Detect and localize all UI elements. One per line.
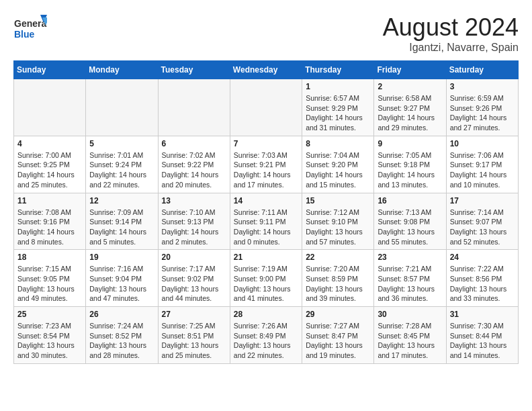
day-number: 24 [450, 253, 515, 262]
calendar-cell: 21Sunrise: 7:19 AM Sunset: 9:00 PM Dayli… [230, 250, 302, 307]
day-info: Sunrise: 7:00 AM Sunset: 9:25 PM Dayligh… [17, 150, 82, 190]
day-info: Sunrise: 7:28 AM Sunset: 8:45 PM Dayligh… [378, 321, 442, 361]
calendar-cell: 15Sunrise: 7:12 AM Sunset: 9:10 PM Dayli… [302, 193, 374, 250]
day-number: 4 [17, 139, 82, 148]
calendar-cell: 6Sunrise: 7:02 AM Sunset: 9:22 PM Daylig… [158, 136, 230, 193]
day-number: 1 [306, 82, 370, 91]
calendar-week-row: 4Sunrise: 7:00 AM Sunset: 9:25 PM Daylig… [14, 136, 519, 193]
day-number: 23 [378, 253, 442, 262]
calendar-cell: 2Sunrise: 6:58 AM Sunset: 9:27 PM Daylig… [374, 79, 446, 136]
day-info: Sunrise: 7:13 AM Sunset: 9:08 PM Dayligh… [378, 208, 442, 247]
day-number: 16 [378, 196, 442, 205]
day-number: 29 [306, 310, 370, 319]
month-year-title: August 2024 [383, 13, 519, 42]
day-info: Sunrise: 7:12 AM Sunset: 9:10 PM Dayligh… [306, 208, 370, 247]
title-section: August 2024 Igantzi, Navarre, Spain [383, 13, 519, 54]
calendar-cell: 29Sunrise: 7:27 AM Sunset: 8:47 PM Dayli… [302, 307, 374, 364]
calendar-cell [158, 79, 230, 136]
day-info: Sunrise: 7:25 AM Sunset: 8:51 PM Dayligh… [162, 321, 226, 361]
day-number: 13 [162, 196, 226, 205]
calendar-cell: 13Sunrise: 7:10 AM Sunset: 9:13 PM Dayli… [158, 193, 230, 250]
day-number: 26 [89, 310, 154, 319]
day-info: Sunrise: 7:09 AM Sunset: 9:14 PM Dayligh… [89, 208, 154, 247]
calendar-cell: 10Sunrise: 7:06 AM Sunset: 9:17 PM Dayli… [446, 136, 518, 193]
day-info: Sunrise: 7:11 AM Sunset: 9:11 PM Dayligh… [234, 208, 298, 247]
day-info: Sunrise: 6:58 AM Sunset: 9:27 PM Dayligh… [378, 93, 442, 133]
weekday-header-sunday: Sunday [14, 61, 86, 79]
calendar-cell: 24Sunrise: 7:22 AM Sunset: 8:56 PM Dayli… [446, 250, 518, 307]
calendar-cell: 9Sunrise: 7:05 AM Sunset: 9:18 PM Daylig… [374, 136, 446, 193]
page-header: General Blue August 2024 Igantzi, Navarr… [13, 13, 519, 54]
weekday-header-row: SundayMondayTuesdayWednesdayThursdayFrid… [14, 61, 519, 79]
day-info: Sunrise: 7:06 AM Sunset: 9:17 PM Dayligh… [450, 150, 515, 190]
svg-text:General: General [14, 18, 47, 29]
calendar-cell: 1Sunrise: 6:57 AM Sunset: 9:29 PM Daylig… [302, 79, 374, 136]
calendar-cell: 27Sunrise: 7:25 AM Sunset: 8:51 PM Dayli… [158, 307, 230, 364]
day-number: 19 [89, 253, 154, 262]
calendar-header: SundayMondayTuesdayWednesdayThursdayFrid… [14, 61, 519, 79]
day-info: Sunrise: 7:02 AM Sunset: 9:22 PM Dayligh… [162, 150, 226, 190]
day-number: 10 [450, 139, 515, 148]
calendar-cell: 26Sunrise: 7:24 AM Sunset: 8:52 PM Dayli… [86, 307, 158, 364]
weekday-header-saturday: Saturday [446, 61, 518, 79]
calendar-cell: 17Sunrise: 7:14 AM Sunset: 9:07 PM Dayli… [446, 193, 518, 250]
calendar-cell: 20Sunrise: 7:17 AM Sunset: 9:02 PM Dayli… [158, 250, 230, 307]
day-info: Sunrise: 7:04 AM Sunset: 9:20 PM Dayligh… [306, 150, 370, 190]
weekday-header-thursday: Thursday [302, 61, 374, 79]
day-number: 28 [234, 310, 298, 319]
day-number: 12 [89, 196, 154, 205]
day-number: 31 [450, 310, 515, 319]
day-number: 9 [378, 139, 442, 148]
calendar-cell: 8Sunrise: 7:04 AM Sunset: 9:20 PM Daylig… [302, 136, 374, 193]
calendar-cell: 23Sunrise: 7:21 AM Sunset: 8:57 PM Dayli… [374, 250, 446, 307]
generalblue-logo-svg: General Blue [13, 13, 47, 44]
day-info: Sunrise: 7:05 AM Sunset: 9:18 PM Dayligh… [378, 150, 442, 190]
calendar-cell: 22Sunrise: 7:20 AM Sunset: 8:59 PM Dayli… [302, 250, 374, 307]
calendar-week-row: 1Sunrise: 6:57 AM Sunset: 9:29 PM Daylig… [14, 79, 519, 136]
day-info: Sunrise: 7:10 AM Sunset: 9:13 PM Dayligh… [162, 208, 226, 247]
day-number: 11 [17, 196, 82, 205]
calendar-cell: 19Sunrise: 7:16 AM Sunset: 9:04 PM Dayli… [86, 250, 158, 307]
calendar-cell: 5Sunrise: 7:01 AM Sunset: 9:24 PM Daylig… [86, 136, 158, 193]
day-info: Sunrise: 7:19 AM Sunset: 9:00 PM Dayligh… [234, 264, 298, 304]
day-info: Sunrise: 7:01 AM Sunset: 9:24 PM Dayligh… [89, 150, 154, 190]
day-info: Sunrise: 7:08 AM Sunset: 9:16 PM Dayligh… [17, 208, 82, 247]
weekday-header-monday: Monday [86, 61, 158, 79]
day-number: 30 [378, 310, 442, 319]
day-info: Sunrise: 7:15 AM Sunset: 9:05 PM Dayligh… [17, 264, 82, 304]
day-info: Sunrise: 7:16 AM Sunset: 9:04 PM Dayligh… [89, 264, 154, 304]
day-number: 20 [162, 253, 226, 262]
day-number: 5 [89, 139, 154, 148]
calendar-cell: 30Sunrise: 7:28 AM Sunset: 8:45 PM Dayli… [374, 307, 446, 364]
day-info: Sunrise: 7:22 AM Sunset: 8:56 PM Dayligh… [450, 264, 515, 304]
calendar-cell: 3Sunrise: 6:59 AM Sunset: 9:26 PM Daylig… [446, 79, 518, 136]
day-number: 15 [306, 196, 370, 205]
day-number: 17 [450, 196, 515, 205]
day-number: 2 [378, 82, 442, 91]
calendar-cell [14, 79, 86, 136]
calendar-cell: 7Sunrise: 7:03 AM Sunset: 9:21 PM Daylig… [230, 136, 302, 193]
location-subtitle: Igantzi, Navarre, Spain [383, 42, 519, 54]
day-number: 27 [162, 310, 226, 319]
day-info: Sunrise: 7:03 AM Sunset: 9:21 PM Dayligh… [234, 150, 298, 190]
day-number: 21 [234, 253, 298, 262]
calendar-cell: 11Sunrise: 7:08 AM Sunset: 9:16 PM Dayli… [14, 193, 86, 250]
weekday-header-wednesday: Wednesday [230, 61, 302, 79]
calendar-table: SundayMondayTuesdayWednesdayThursdayFrid… [13, 60, 519, 364]
day-number: 22 [306, 253, 370, 262]
day-info: Sunrise: 7:30 AM Sunset: 8:44 PM Dayligh… [450, 321, 515, 361]
calendar-cell: 12Sunrise: 7:09 AM Sunset: 9:14 PM Dayli… [86, 193, 158, 250]
day-info: Sunrise: 7:14 AM Sunset: 9:07 PM Dayligh… [450, 208, 515, 247]
day-info: Sunrise: 7:17 AM Sunset: 9:02 PM Dayligh… [162, 264, 226, 304]
calendar-body: 1Sunrise: 6:57 AM Sunset: 9:29 PM Daylig… [14, 79, 519, 364]
weekday-header-tuesday: Tuesday [158, 61, 230, 79]
day-info: Sunrise: 6:57 AM Sunset: 9:29 PM Dayligh… [306, 93, 370, 133]
calendar-week-row: 18Sunrise: 7:15 AM Sunset: 9:05 PM Dayli… [14, 250, 519, 307]
day-info: Sunrise: 7:24 AM Sunset: 8:52 PM Dayligh… [89, 321, 154, 361]
calendar-cell: 31Sunrise: 7:30 AM Sunset: 8:44 PM Dayli… [446, 307, 518, 364]
calendar-cell: 18Sunrise: 7:15 AM Sunset: 9:05 PM Dayli… [14, 250, 86, 307]
calendar-cell [230, 79, 302, 136]
day-info: Sunrise: 6:59 AM Sunset: 9:26 PM Dayligh… [450, 93, 515, 133]
day-info: Sunrise: 7:20 AM Sunset: 8:59 PM Dayligh… [306, 264, 370, 304]
day-number: 7 [234, 139, 298, 148]
